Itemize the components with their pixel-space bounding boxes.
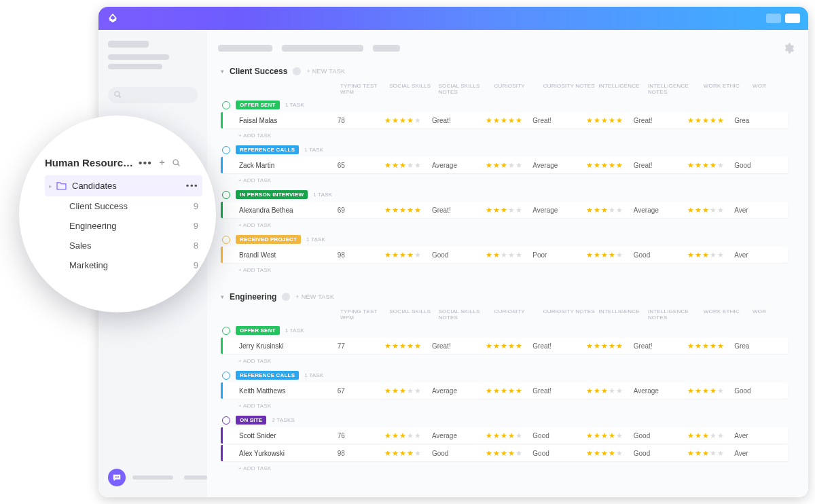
- status-bar[interactable]: OFFER SENT 1 TASK: [218, 323, 808, 336]
- add-task-button[interactable]: + ADD TASK: [218, 130, 808, 143]
- settings-icon[interactable]: [782, 42, 795, 54]
- task-row[interactable]: Brandi West 98 ★★★★★ Good ★★★★★ Poor ★★★…: [221, 247, 788, 263]
- cell-social-stars[interactable]: ★★★★★: [384, 342, 432, 350]
- task-row[interactable]: Scott Snider 76 ★★★★★ Average ★★★★★ Good…: [221, 427, 788, 444]
- cell-curiosity-stars[interactable]: ★★★★★: [486, 162, 533, 169]
- cell-work-note: Aver: [734, 251, 788, 259]
- cell-intelligence-stars[interactable]: ★★★★★: [586, 206, 634, 214]
- star-icon: ★: [594, 206, 600, 214]
- section-header[interactable]: ▾ Client Success + NEW TASK: [218, 64, 808, 82]
- window-maximize-button[interactable]: [785, 14, 800, 23]
- star-icon: ★: [515, 432, 522, 439]
- cell-curiosity-stars[interactable]: ★★★★★: [486, 206, 533, 214]
- star-icon: ★: [710, 432, 717, 439]
- star-icon: ★: [392, 432, 399, 439]
- star-icon: ★: [414, 342, 421, 350]
- task-row[interactable]: Jerry Krusinski 77 ★★★★★ Great! ★★★★★ Gr…: [221, 338, 788, 354]
- cell-curiosity-stars[interactable]: ★★★★★: [486, 387, 533, 395]
- star-icon: ★: [616, 342, 623, 350]
- status-bar[interactable]: IN PERSON INTERVIEW 1 TASK: [218, 187, 808, 200]
- search-pill-placeholder[interactable]: [108, 87, 198, 103]
- add-task-button[interactable]: + ADD TASK: [218, 400, 808, 413]
- star-icon: ★: [717, 162, 724, 169]
- cell-workethic-stars[interactable]: ★★★★★: [687, 206, 735, 214]
- add-task-button[interactable]: + ADD TASK: [218, 175, 808, 187]
- cell-intelligence-stars[interactable]: ★★★★★: [586, 342, 634, 350]
- cell-workethic-stars[interactable]: ★★★★★: [687, 117, 735, 124]
- add-task-button[interactable]: + ADD TASK: [218, 264, 808, 277]
- cell-workethic-stars[interactable]: ★★★★★: [687, 432, 735, 439]
- cell-social-stars[interactable]: ★★★★★: [384, 162, 432, 169]
- star-icon: ★: [717, 450, 724, 457]
- star-icon: ★: [601, 251, 608, 259]
- list-item-engineering[interactable]: Engineering9: [45, 216, 202, 236]
- task-row[interactable]: Keith Matthews 67 ★★★★★ Average ★★★★★ Gr…: [221, 382, 788, 399]
- task-row[interactable]: Alex Yurkowski 98 ★★★★★ Good ★★★★★ Good …: [221, 445, 788, 461]
- section-title: Engineering: [230, 292, 276, 302]
- chat-icon[interactable]: [108, 469, 126, 486]
- cell-social-note: Great!: [432, 117, 486, 124]
- star-icon: ★: [586, 162, 593, 169]
- space-header[interactable]: Human Resourc… ••• ＋: [45, 156, 202, 168]
- cell-workethic-stars[interactable]: ★★★★★: [687, 387, 735, 395]
- cell-workethic-stars[interactable]: ★★★★★: [687, 342, 735, 350]
- folder-candidates[interactable]: ▸ Candidates •••: [45, 175, 202, 196]
- cell-workethic-stars[interactable]: ★★★★★: [687, 450, 735, 457]
- cell-curiosity-stars[interactable]: ★★★★★: [486, 117, 533, 124]
- cell-intelligence-stars[interactable]: ★★★★★: [586, 251, 634, 259]
- section: ▾ Client Success + NEW TASK TYPING TEST …: [218, 64, 808, 277]
- cell-curiosity-stars[interactable]: ★★★★★: [486, 342, 533, 350]
- new-task-button[interactable]: + NEW TASK: [306, 68, 345, 75]
- list-item-sales[interactable]: Sales8: [45, 236, 202, 255]
- status-bar[interactable]: REFERENCE CALLS 1 TASK: [218, 368, 808, 381]
- star-icon: ★: [508, 162, 515, 169]
- cell-intelligence-stars[interactable]: ★★★★★: [586, 162, 634, 169]
- task-row[interactable]: Alexandra Bethea 69 ★★★★★ Great! ★★★★★ A…: [221, 202, 788, 218]
- cell-curiosity-stars[interactable]: ★★★★★: [486, 432, 533, 439]
- cell-curiosity-stars[interactable]: ★★★★★: [486, 251, 533, 259]
- cell-intelligence-stars[interactable]: ★★★★★: [586, 432, 634, 439]
- more-icon[interactable]: •••: [139, 157, 152, 168]
- status-bar[interactable]: OFFER SENT 1 TASK: [218, 98, 808, 111]
- star-icon: ★: [609, 450, 615, 457]
- cell-intelligence-stars[interactable]: ★★★★★: [586, 387, 634, 395]
- cell-intelligence-stars[interactable]: ★★★★★: [586, 450, 634, 457]
- cell-intelligence-note: Good: [634, 450, 687, 457]
- cell-social-stars[interactable]: ★★★★★: [384, 117, 432, 124]
- section-header[interactable]: ▾ Engineering + NEW TASK: [218, 289, 808, 307]
- window-minimize-button[interactable]: [766, 14, 781, 23]
- task-row[interactable]: Faisal Malas 78 ★★★★★ Great! ★★★★★ Great…: [221, 112, 788, 128]
- task-row[interactable]: Zack Martin 65 ★★★★★ Average ★★★★★ Avera…: [221, 157, 788, 173]
- list-item-marketing[interactable]: Marketing9: [45, 255, 202, 275]
- cell-social-stars[interactable]: ★★★★★: [384, 450, 432, 457]
- add-icon[interactable]: ＋: [158, 156, 166, 168]
- cell-social-stars[interactable]: ★★★★★: [384, 206, 432, 214]
- new-task-button[interactable]: + NEW TASK: [295, 293, 334, 300]
- add-task-button[interactable]: + ADD TASK: [218, 355, 808, 368]
- cell-workethic-stars[interactable]: ★★★★★: [687, 162, 735, 169]
- search-icon[interactable]: [172, 158, 181, 167]
- svg-point-0: [115, 92, 120, 96]
- add-task-button[interactable]: + ADD TASK: [218, 219, 808, 232]
- star-icon: ★: [407, 450, 414, 457]
- star-icon: ★: [486, 117, 492, 124]
- add-task-button[interactable]: + ADD TASK: [218, 463, 808, 475]
- list-item-client-success[interactable]: Client Success9: [45, 196, 202, 216]
- cell-curiosity-stars[interactable]: ★★★★★: [486, 450, 533, 457]
- status-bar[interactable]: REFERENCE CALLS 1 TASK: [218, 143, 808, 156]
- cell-intelligence-stars[interactable]: ★★★★★: [586, 117, 634, 124]
- status-bar[interactable]: RECEIVED PROJECT 1 TASK: [218, 232, 808, 245]
- cell-workethic-stars[interactable]: ★★★★★: [687, 251, 735, 259]
- star-icon: ★: [493, 117, 500, 124]
- star-icon: ★: [687, 387, 694, 395]
- status-bar[interactable]: ON SITE 2 TASKS: [218, 413, 808, 426]
- placeholder: [108, 64, 162, 69]
- cell-social-stars[interactable]: ★★★★★: [384, 387, 432, 395]
- cell-social-stars[interactable]: ★★★★★: [384, 432, 432, 439]
- section-dot-icon: [293, 67, 301, 75]
- svg-line-1: [119, 96, 121, 98]
- more-icon[interactable]: •••: [186, 181, 198, 191]
- cell-curiosity-note: Poor: [532, 251, 586, 259]
- cell-social-stars[interactable]: ★★★★★: [384, 251, 432, 259]
- space-popover: Human Resourc… ••• ＋ ▸ Candidates ••• Cl…: [19, 115, 216, 312]
